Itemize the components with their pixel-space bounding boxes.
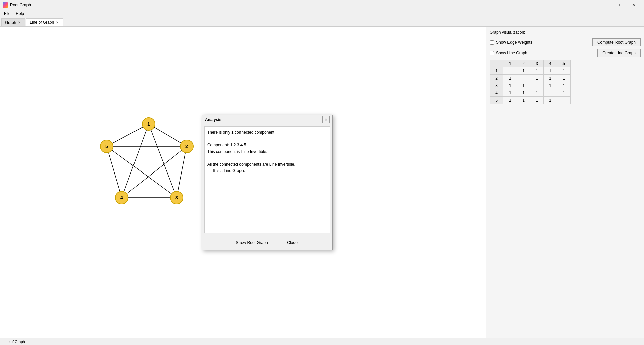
- cell-2-4: 1: [544, 75, 557, 82]
- svg-line-2: [122, 124, 149, 198]
- adjacency-matrix: 1 2 3 4 5 1 1 1 1 1: [490, 60, 571, 104]
- cell-3-4: 1: [544, 82, 557, 89]
- compute-root-graph-button[interactable]: Compute Root Graph: [592, 38, 641, 46]
- matrix-row-header-5: 5: [490, 97, 503, 104]
- cell-2-2: [517, 75, 530, 82]
- matrix-row-header-4: 4: [490, 89, 503, 97]
- node-5[interactable]: 5: [100, 140, 113, 153]
- tab-line-of-graph-label: Line of Graph: [30, 20, 54, 25]
- svg-line-5: [122, 146, 187, 198]
- cell-5-5: [557, 97, 571, 104]
- tab-line-of-graph-close[interactable]: ✕: [55, 21, 59, 24]
- cell-5-4: 1: [544, 97, 557, 104]
- matrix-row-5: 5 1 1 1 1: [490, 97, 571, 104]
- close-button[interactable]: ✕: [626, 0, 641, 10]
- cell-1-5: 1: [557, 67, 571, 75]
- matrix-row-3: 3 1 1 1 1: [490, 82, 571, 89]
- svg-line-3: [107, 124, 149, 146]
- cell-4-5: 1: [557, 89, 571, 97]
- show-edge-weights-label: Show Edge Weights: [496, 40, 532, 45]
- svg-line-1: [149, 124, 177, 198]
- svg-line-8: [107, 146, 177, 198]
- matrix-row-header-1: 1: [490, 67, 503, 75]
- cell-2-5: 1: [557, 75, 571, 82]
- cell-1-1: [503, 67, 517, 75]
- cell-4-3: 1: [530, 89, 544, 97]
- title-bar-controls: ─ □ ✕: [595, 0, 641, 10]
- show-edge-weights-checkbox[interactable]: [490, 40, 494, 45]
- node-3[interactable]: 3: [170, 191, 183, 204]
- cell-4-2: 1: [517, 89, 530, 97]
- maximize-button[interactable]: □: [610, 0, 626, 10]
- dialog-footer: Show Root Graph Close: [202, 235, 332, 250]
- canvas-area: 1 2 3 4 5 Analysis ✕ There is only 1 con…: [0, 27, 486, 338]
- menu-bar: File Help: [0, 10, 644, 17]
- menu-help[interactable]: Help: [13, 11, 27, 17]
- tab-graph-close[interactable]: ✕: [17, 21, 21, 24]
- show-root-graph-button[interactable]: Show Root Graph: [229, 238, 275, 247]
- main-layout: 1 2 3 4 5 Analysis ✕ There is only 1 con…: [0, 27, 644, 338]
- show-edge-weights-row: Show Edge Weights: [490, 40, 532, 45]
- app-icon: [3, 2, 8, 8]
- status-text: Line of Graph -: [3, 340, 27, 344]
- matrix-row-1: 1 1 1 1 1: [490, 67, 571, 75]
- node-5-label: 5: [105, 144, 108, 149]
- btn-row: Show Edge Weights Compute Root Graph: [490, 38, 641, 46]
- cell-3-3: [530, 82, 544, 89]
- title-bar: Root Graph ─ □ ✕: [0, 0, 644, 10]
- create-line-graph-button[interactable]: Create Line Graph: [597, 49, 641, 57]
- node-2-label: 2: [185, 144, 188, 149]
- right-panel: Graph visualization: Show Edge Weights C…: [486, 27, 644, 338]
- node-1[interactable]: 1: [142, 117, 155, 131]
- matrix-row-header-3: 3: [490, 82, 503, 89]
- svg-line-4: [177, 146, 187, 198]
- svg-line-9: [107, 146, 122, 198]
- cell-1-3: 1: [530, 67, 544, 75]
- dialog-title: Analysis: [205, 117, 221, 122]
- matrix-row-header-2: 2: [490, 75, 503, 82]
- matrix-body: 1 1 1 1 1 2 1 1 1 1: [490, 67, 571, 104]
- dialog-line-7: - It is a Line Graph.: [207, 168, 327, 174]
- matrix-col-5: 5: [557, 60, 571, 67]
- dialog-line-6: All the connected components are Line In…: [207, 161, 327, 168]
- show-line-graph-checkbox[interactable]: [490, 51, 494, 55]
- dialog-text: There is only 1 connected component: Com…: [207, 129, 327, 174]
- cell-5-1: 1: [503, 97, 517, 104]
- dialog-titlebar: Analysis ✕: [202, 115, 332, 124]
- matrix-header-row: 1 2 3 4 5: [490, 60, 571, 67]
- cell-1-2: 1: [517, 67, 530, 75]
- matrix-row-4: 4 1 1 1 1: [490, 89, 571, 97]
- window-title: Root Graph: [10, 3, 595, 7]
- cell-4-1: 1: [503, 89, 517, 97]
- tab-bar: Graph ✕ Line of Graph ✕: [0, 17, 644, 27]
- node-2[interactable]: 2: [180, 140, 194, 153]
- panel-controls: Show Edge Weights Compute Root Graph Sho…: [490, 37, 641, 57]
- dialog-close-x-button[interactable]: ✕: [322, 116, 330, 123]
- menu-file[interactable]: File: [1, 11, 13, 17]
- cell-5-2: 1: [517, 97, 530, 104]
- matrix-corner-cell: [490, 60, 503, 67]
- close-button[interactable]: Close: [279, 238, 306, 247]
- node-4-label: 4: [120, 195, 123, 200]
- cell-3-1: 1: [503, 82, 517, 89]
- matrix-col-1: 1: [503, 60, 517, 67]
- minimize-button[interactable]: ─: [595, 0, 610, 10]
- tab-line-of-graph[interactable]: Line of Graph ✕: [26, 18, 63, 26]
- dialog-line-4: This component is Line Invertible.: [207, 149, 327, 155]
- dialog-content: There is only 1 connected component: Com…: [204, 126, 330, 233]
- tab-graph[interactable]: Graph ✕: [1, 18, 25, 26]
- cell-4-4: [544, 89, 557, 97]
- show-line-graph-row: Show Line Graph: [490, 51, 527, 55]
- cell-1-4: 1: [544, 67, 557, 75]
- matrix-col-2: 2: [517, 60, 530, 67]
- analysis-dialog: Analysis ✕ There is only 1 connected com…: [202, 115, 333, 250]
- tab-graph-label: Graph: [5, 20, 16, 25]
- node-4[interactable]: 4: [115, 191, 128, 204]
- dialog-line-1: There is only 1 connected component:: [207, 129, 327, 136]
- panel-section: Graph visualization: Show Edge Weights C…: [490, 30, 641, 104]
- status-bar: Line of Graph -: [0, 338, 644, 345]
- cell-5-3: 1: [530, 97, 544, 104]
- graph-visualization-title: Graph visualization:: [490, 30, 641, 35]
- cell-3-2: 1: [517, 82, 530, 89]
- cell-2-1: 1: [503, 75, 517, 82]
